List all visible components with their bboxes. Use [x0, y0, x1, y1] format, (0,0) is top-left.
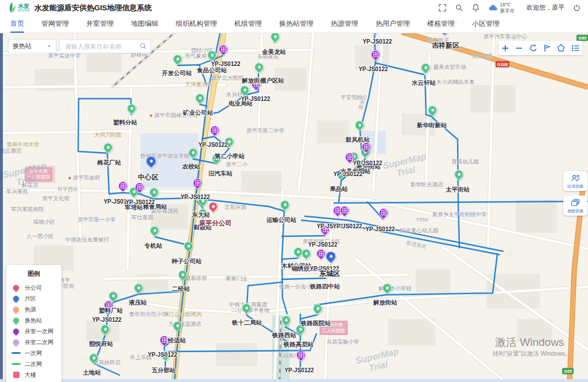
nav-tab-热用户管理[interactable]: 热用户管理: [376, 15, 410, 33]
station-marker[interactable]: [149, 187, 158, 198]
weather-cloud-icon: [489, 3, 498, 13]
legend-pin-icon: [11, 339, 21, 346]
station-marker[interactable]: [177, 270, 187, 281]
station-marker[interactable]: [454, 169, 463, 181]
well-marker[interactable]: [361, 142, 370, 153]
station-marker[interactable]: [270, 32, 279, 43]
nav-tab-机组管理[interactable]: 机组管理: [234, 15, 262, 33]
well-marker[interactable]: [134, 182, 144, 193]
station-marker[interactable]: [133, 283, 142, 294]
station-marker[interactable]: [126, 103, 136, 115]
station-marker[interactable]: [172, 54, 181, 65]
station-marker[interactable]: [195, 93, 204, 104]
map-tool-reset-button[interactable]: [528, 43, 539, 53]
weather-temp: 18℃: [500, 2, 515, 7]
well-marker[interactable]: [192, 178, 202, 189]
search-input[interactable]: [64, 42, 140, 50]
station-marker[interactable]: [149, 225, 158, 237]
nav-tab-首页[interactable]: 首页: [10, 15, 24, 33]
station-marker[interactable]: [211, 153, 220, 165]
map-tool-zoom-out-button[interactable]: [514, 43, 524, 53]
road-shield: G55: [577, 35, 588, 41]
station-marker[interactable]: [254, 62, 263, 73]
district-marker[interactable]: [325, 251, 335, 264]
well-marker[interactable]: [296, 350, 305, 361]
map-tool-layers-list-button[interactable]: [570, 43, 581, 53]
well-marker[interactable]: [339, 205, 349, 217]
nav-tab-换热站管理[interactable]: 换热站管理: [279, 15, 314, 33]
well-marker[interactable]: [218, 44, 227, 56]
station-marker[interactable]: [224, 137, 233, 148]
search-input-wrap: [59, 39, 151, 53]
legend-item-分公司: 分公司: [11, 282, 56, 293]
district-marker[interactable]: [145, 155, 156, 169]
branch-marker[interactable]: [208, 201, 217, 213]
road-shield: G55: [562, 368, 574, 375]
station-marker[interactable]: [295, 324, 304, 336]
legend-item-一次网: 一次网: [11, 348, 56, 358]
station-marker[interactable]: [420, 63, 430, 74]
station-marker[interactable]: [207, 50, 216, 61]
well-marker[interactable]: [345, 152, 354, 163]
road-shield: G108: [496, 61, 509, 68]
station-marker[interactable]: [239, 85, 249, 96]
station-marker[interactable]: [280, 200, 289, 211]
nav-tab-管网管理[interactable]: 管网管理: [41, 15, 69, 33]
hospital-badge: 原平市第一人民医院: [25, 167, 52, 181]
well-marker[interactable]: [210, 125, 219, 137]
legend-item-片区: 片区: [11, 293, 56, 304]
side-tool-people-button[interactable]: 区域切换: [563, 171, 587, 191]
search-category-select[interactable]: 换热站 ▼: [8, 39, 56, 53]
nav-tab-组织机构管理[interactable]: 组织机构管理: [176, 15, 217, 33]
search-button[interactable]: [455, 4, 463, 12]
map-bottom-scroll-strip[interactable]: [0, 379, 588, 382]
station-marker[interactable]: [160, 350, 169, 361]
station-marker[interactable]: [88, 353, 98, 364]
map-tool-measure-distance-button[interactable]: [542, 43, 552, 53]
nav-tab-地图编辑[interactable]: 地图编辑: [131, 15, 158, 33]
station-marker[interactable]: [321, 267, 330, 278]
legend-pin-icon: [11, 317, 21, 324]
well-marker[interactable]: [251, 79, 260, 91]
logout-power-icon[interactable]: [573, 4, 581, 12]
map-left-edge: [0, 33, 3, 382]
welcome-text: 欢迎您，原平: [527, 3, 564, 12]
station-marker[interactable]: [100, 324, 109, 336]
map-tool-zoom-in-button[interactable]: [500, 43, 510, 53]
station-marker[interactable]: [188, 147, 197, 159]
station-marker[interactable]: [172, 321, 181, 332]
well-marker[interactable]: [378, 208, 388, 219]
search-magnifier-icon[interactable]: [140, 41, 146, 52]
nav-tab-井室管理[interactable]: 井室管理: [86, 15, 114, 33]
station-marker[interactable]: [335, 169, 345, 180]
logo-leaf-icon: [7, 1, 16, 15]
well-marker[interactable]: [159, 335, 168, 346]
well-marker[interactable]: [118, 181, 127, 192]
station-marker[interactable]: [103, 142, 112, 154]
nav-tab-热源管理[interactable]: 热源管理: [331, 15, 358, 33]
map-tool-measure-area-button[interactable]: [556, 43, 566, 53]
notifications-bell-icon[interactable]: [472, 4, 480, 12]
station-marker[interactable]: [183, 241, 192, 252]
station-marker[interactable]: [382, 283, 391, 294]
map-canvas[interactable]: 原平实达中学妙样寺团结小区市气象局东明家苑原平北大医院永兴社区天津重汤包大同刀削…: [0, 0, 588, 382]
nav-tab-小区管理[interactable]: 小区管理: [472, 15, 500, 33]
station-marker[interactable]: [312, 303, 322, 315]
well-marker[interactable]: [320, 224, 329, 236]
page-title: 水发能源盾安供热GIS地理信息系统: [34, 3, 152, 13]
hospital-badge: 忻州市第二人民医院: [320, 321, 347, 335]
station-marker[interactable]: [241, 303, 250, 314]
well-marker[interactable]: [316, 248, 325, 260]
station-marker[interactable]: [354, 120, 363, 131]
fullscreen-button[interactable]: [439, 4, 447, 12]
well-marker[interactable]: [103, 300, 113, 311]
station-marker[interactable]: [198, 196, 207, 207]
station-marker[interactable]: [301, 248, 310, 260]
station-marker[interactable]: [281, 315, 290, 326]
station-marker[interactable]: [198, 208, 207, 220]
station-marker[interactable]: [427, 105, 436, 116]
side-tool-basemap-button[interactable]: 底图切换: [563, 196, 587, 216]
nav-tab-楼栋管理[interactable]: 楼栋管理: [427, 15, 455, 33]
well-marker[interactable]: [370, 49, 380, 61]
legend-line-icon: [11, 352, 21, 354]
